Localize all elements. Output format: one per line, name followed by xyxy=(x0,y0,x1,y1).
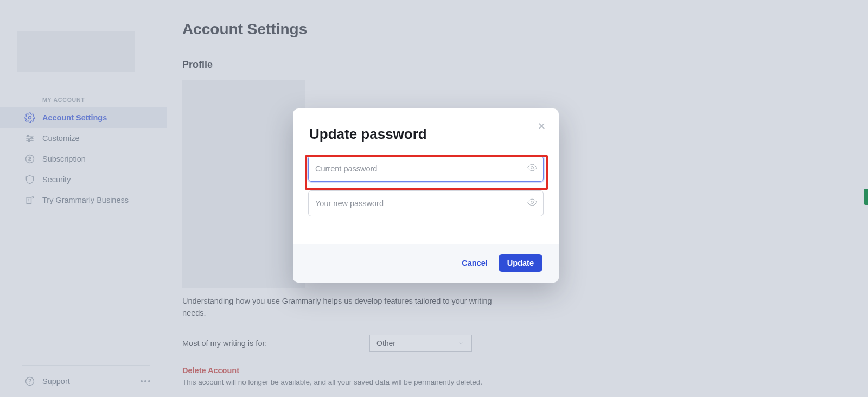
new-password-input[interactable] xyxy=(309,191,543,216)
new-password-shell xyxy=(308,190,544,216)
eye-icon[interactable] xyxy=(527,162,538,175)
feedback-edge-tab[interactable] xyxy=(864,189,868,205)
svg-point-12 xyxy=(531,201,534,204)
modal-body xyxy=(293,143,559,244)
cancel-button[interactable]: Cancel xyxy=(462,254,488,272)
svg-point-11 xyxy=(531,167,534,169)
modal-footer: Cancel Update xyxy=(293,244,559,283)
modal-header: Update password ✕ xyxy=(293,108,559,143)
modal-title: Update password xyxy=(309,126,427,143)
update-button[interactable]: Update xyxy=(499,254,542,272)
update-password-modal: Update password ✕ Cancel Update xyxy=(293,108,559,283)
current-password-shell xyxy=(308,156,544,182)
eye-icon[interactable] xyxy=(527,197,538,210)
close-icon[interactable]: ✕ xyxy=(537,119,547,133)
current-password-input[interactable] xyxy=(309,156,543,181)
